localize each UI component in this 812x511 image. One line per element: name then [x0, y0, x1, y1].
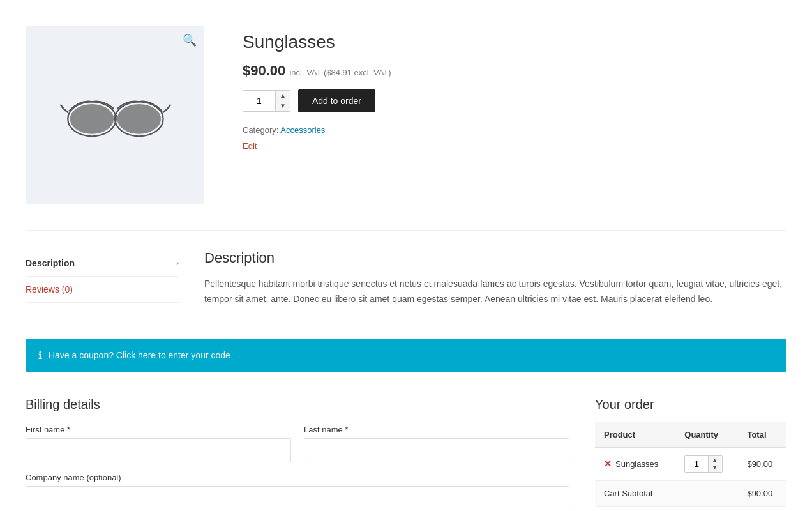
add-to-order-button[interactable]: Add to order [298, 89, 375, 112]
coupon-banner[interactable]: ℹ Have a coupon? Click here to enter you… [26, 339, 786, 372]
order-quantity-arrows: ▲ ▼ [708, 456, 721, 473]
quantity-down-button[interactable]: ▼ [276, 101, 290, 111]
billing-title: Billing details [26, 397, 569, 412]
svg-point-3 [117, 104, 161, 134]
product-image-container: 🔍 [26, 26, 204, 204]
product-price: $90.00 incl. VAT ($84.91 excl. VAT) [243, 63, 786, 79]
tab-content: Description Pellentesque habitant morbi … [204, 250, 786, 307]
remove-item-button[interactable]: ✕ [604, 459, 612, 469]
order-item-quantity-cell: ▲ ▼ [675, 447, 738, 481]
description-text: Pellentesque habitant morbi tristique se… [204, 277, 786, 307]
category-link[interactable]: Accessories [280, 125, 325, 135]
first-name-label: First name * [26, 425, 291, 434]
order-table: Product Quantity Total ✕ Sunglasses [595, 422, 786, 507]
edit-link[interactable]: Edit [243, 141, 257, 151]
order-item-name-cell: ✕ Sunglasses [595, 447, 675, 481]
coupon-text: Have a coupon? Click here to enter your … [49, 350, 230, 360]
checkout-section: Billing details First name * Last name * [26, 385, 786, 511]
product-image [57, 83, 172, 147]
tab-reviews[interactable]: Reviews (0) [26, 277, 179, 303]
tab-reviews-label: Reviews (0) [26, 284, 73, 294]
your-order: Your order Product Quantity Total ✕ [595, 397, 786, 511]
price-amount: $90.00 [243, 63, 285, 79]
category-label: Category: [243, 125, 278, 135]
tab-description[interactable]: Description › [26, 250, 179, 277]
company-row: Company name (optional) [26, 473, 569, 510]
last-name-group: Last name * [304, 425, 569, 462]
company-name-label: Company name (optional) [26, 473, 569, 482]
product-title: Sunglasses [243, 32, 786, 52]
last-name-label: Last name * [304, 425, 569, 434]
company-name-group: Company name (optional) [26, 473, 569, 510]
chevron-right-icon: › [176, 259, 179, 268]
first-name-group: First name * [26, 425, 291, 462]
last-name-input[interactable] [304, 438, 569, 462]
product-section: 🔍 Sunglasses [26, 13, 786, 230]
order-item-row: ✕ Sunglasses ▲ ▼ [595, 447, 786, 481]
quantity-up-button[interactable]: ▲ [276, 91, 290, 101]
tabs-section: Description › Reviews (0) Description Pe… [26, 230, 786, 326]
zoom-icon[interactable]: 🔍 [183, 33, 197, 47]
product-details: Sunglasses $90.00 incl. VAT ($84.91 excl… [243, 26, 786, 204]
order-quantity-wrap: ▲ ▼ [684, 455, 723, 473]
svg-point-1 [70, 104, 114, 134]
order-item-total-cell: $90.00 [738, 447, 786, 481]
order-quantity-down-button[interactable]: ▼ [709, 464, 721, 472]
billing-details: Billing details First name * Last name * [26, 397, 569, 511]
col-quantity-header: Quantity [675, 422, 738, 448]
cart-subtotal-row: Cart Subtotal $90.00 [595, 481, 786, 507]
company-name-input[interactable] [26, 486, 569, 510]
order-quantity-input[interactable] [685, 457, 708, 471]
order-quantity-up-button[interactable]: ▲ [709, 456, 721, 464]
col-product-header: Product [595, 422, 675, 448]
tab-description-label: Description [26, 258, 75, 268]
cart-subtotal-label: Cart Subtotal [595, 481, 738, 507]
name-row: First name * Last name * [26, 425, 569, 462]
quantity-add-row: ▲ ▼ Add to order [243, 89, 786, 112]
quantity-input-wrap: ▲ ▼ [243, 90, 290, 112]
order-item-name: Sunglasses [615, 459, 658, 469]
quantity-arrows: ▲ ▼ [275, 91, 290, 111]
quantity-input[interactable] [243, 91, 275, 111]
info-icon: ℹ [38, 349, 42, 362]
tabs-nav: Description › Reviews (0) [26, 250, 179, 307]
your-order-title: Your order [595, 397, 786, 412]
first-name-input[interactable] [26, 438, 291, 462]
description-title: Description [204, 250, 786, 266]
cart-subtotal-value: $90.00 [738, 481, 786, 507]
vat-info: incl. VAT ($84.91 excl. VAT) [289, 68, 391, 77]
col-total-header: Total [738, 422, 786, 448]
product-meta: Category: Accessories [243, 125, 786, 135]
